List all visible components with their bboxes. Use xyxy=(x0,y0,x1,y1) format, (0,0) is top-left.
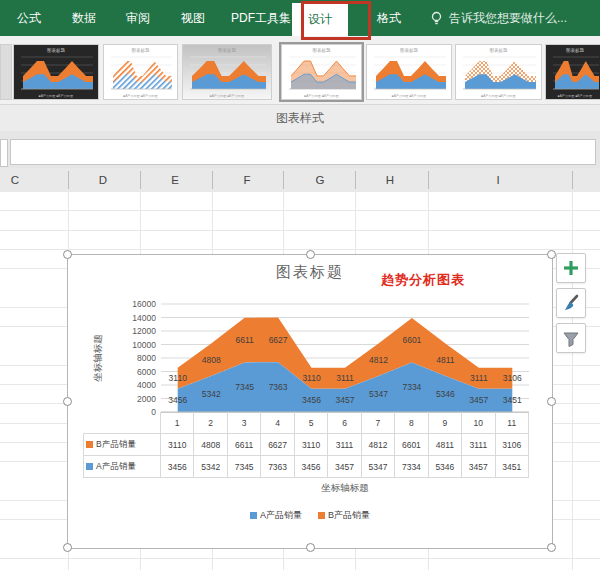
svg-text:■A产品销量 ■B产品销量: ■A产品销量 ■B产品销量 xyxy=(392,94,427,98)
data-table-value: 5346 xyxy=(429,456,462,478)
data-table-value: 3106 xyxy=(496,434,529,456)
ribbon-tab-公式[interactable]: 公式 xyxy=(17,0,41,36)
data-table-value: 3110 xyxy=(161,434,194,456)
svg-text:2000: 2000 xyxy=(137,394,156,404)
formula-bar-input[interactable] xyxy=(10,139,596,165)
svg-text:■A产品销量 ■B产品销量: ■A产品销量 ■B产品销量 xyxy=(123,94,158,98)
plus-icon xyxy=(560,257,582,279)
data-table-value: 3110 xyxy=(295,434,328,456)
column-header-row[interactable]: CDEFGHI xyxy=(0,168,600,193)
data-table-value: 3456 xyxy=(161,456,194,478)
ribbon-tab-设计[interactable]: 设计 xyxy=(292,3,348,36)
svg-text:3106: 3106 xyxy=(503,373,522,383)
svg-text:7363: 7363 xyxy=(269,382,288,392)
ribbon-tab-视图[interactable]: 视图 xyxy=(181,0,205,36)
column-header-I[interactable]: I xyxy=(496,168,499,192)
chart-style-thumb-standard[interactable]: 图表标题■A产品销量 ■B产品销量 xyxy=(366,44,452,100)
legend-key-swatch xyxy=(86,463,93,470)
column-separator xyxy=(355,171,356,189)
data-table-value: 6611 xyxy=(228,434,261,456)
svg-text:4000: 4000 xyxy=(137,380,156,390)
chart-style-thumb-diagonal-hatch[interactable]: 图表标题■A产品销量 ■B产品销量 xyxy=(103,44,178,100)
chart-data-table: 1234567891011B产品销量3110480866116627311031… xyxy=(83,412,529,478)
svg-text:3110: 3110 xyxy=(302,373,321,383)
svg-text:7334: 7334 xyxy=(402,382,421,392)
resize-handle[interactable] xyxy=(306,250,315,259)
data-table-value: 5342 xyxy=(194,456,227,478)
resize-handle[interactable] xyxy=(63,543,72,552)
resize-handle[interactable] xyxy=(306,543,315,552)
ribbon-tab-PDF工具集[interactable]: PDF工具集 xyxy=(231,0,291,36)
column-separator xyxy=(572,171,573,189)
ribbon-tab-bar: 公式数据审阅视图PDF工具集设计格式 告诉我您想要做什么... xyxy=(0,0,600,36)
svg-text:■A产品销量 ■B产品销量: ■A产品销量 ■B产品销量 xyxy=(304,94,339,98)
svg-text:3457: 3457 xyxy=(336,395,355,405)
data-table-category: 8 xyxy=(395,412,428,434)
chart-style-thumb-dark[interactable]: 图表标题■A产品销量 ■B产品销量 xyxy=(545,44,600,100)
spreadsheet-grid[interactable]: 图表标题 趋势分析图表 3110345648085342661173456627… xyxy=(0,192,600,570)
data-table-value: 3457 xyxy=(328,456,361,478)
resize-handle[interactable] xyxy=(547,250,556,259)
grid-line xyxy=(572,192,573,570)
svg-text:8000: 8000 xyxy=(137,353,156,363)
svg-text:4808: 4808 xyxy=(202,355,221,365)
svg-text:6627: 6627 xyxy=(269,335,288,345)
data-table-value: 7334 xyxy=(395,456,428,478)
column-separator xyxy=(68,171,69,189)
svg-text:■A产品销量 ■B产品销量: ■A产品销量 ■B产品销量 xyxy=(210,94,245,98)
data-table-category: 4 xyxy=(261,412,294,434)
svg-text:14000: 14000 xyxy=(132,313,156,323)
data-table-series-label: B产品销量 xyxy=(83,434,161,456)
name-box-edge xyxy=(0,139,8,167)
column-separator xyxy=(212,171,213,189)
column-header-E[interactable]: E xyxy=(171,168,179,192)
chart-elements-button[interactable] xyxy=(556,253,586,283)
resize-handle[interactable] xyxy=(547,397,556,406)
data-table-value: 3451 xyxy=(496,456,529,478)
data-table-category: 5 xyxy=(295,412,328,434)
tell-me-box[interactable]: 告诉我您想要做什么... xyxy=(430,0,567,36)
data-table-value: 3111 xyxy=(462,434,495,456)
ribbon-tab-格式[interactable]: 格式 xyxy=(377,0,401,36)
chart-styles-group-label: 图表样式 xyxy=(276,110,324,127)
data-table-value: 4811 xyxy=(429,434,462,456)
data-table-value: 6601 xyxy=(395,434,428,456)
data-table-value: 3457 xyxy=(462,456,495,478)
data-table-category: 6 xyxy=(328,412,361,434)
tell-me-label: 告诉我您想要做什么... xyxy=(449,10,567,27)
column-header-C[interactable]: C xyxy=(11,168,19,192)
chart-style-thumb-grid-hatch[interactable]: 图表标题■A产品销量 ■B产品销量 xyxy=(455,44,542,100)
column-header-G[interactable]: G xyxy=(316,168,325,192)
column-header-H[interactable]: H xyxy=(386,168,394,192)
chart-style-thumb-edge-sliver[interactable] xyxy=(0,44,12,100)
svg-text:4811: 4811 xyxy=(436,355,455,365)
data-table-value: 4808 xyxy=(194,434,227,456)
legend-key-swatch xyxy=(250,512,257,519)
column-header-D[interactable]: D xyxy=(99,168,107,192)
chart-style-thumb-gray-gradient[interactable]: 图表标题■A产品销量 ■B产品销量 xyxy=(182,44,272,100)
svg-text:■A产品销量 ■B产品销量: ■A产品销量 ■B产品销量 xyxy=(481,94,516,98)
ribbon-tab-审阅[interactable]: 审阅 xyxy=(126,0,150,36)
chart-filters-button[interactable] xyxy=(556,323,586,353)
formula-bar-area xyxy=(0,131,600,169)
legend-item: B产品销量 xyxy=(318,509,370,522)
data-table-corner xyxy=(83,412,161,434)
resize-handle[interactable] xyxy=(63,397,72,406)
data-table-value: 5347 xyxy=(362,456,395,478)
data-table-value: 3111 xyxy=(328,434,361,456)
resize-handle[interactable] xyxy=(547,543,556,552)
column-header-F[interactable]: F xyxy=(243,168,250,192)
data-table-value: 7363 xyxy=(261,456,294,478)
chart-style-thumb-dark[interactable]: 图表标题■A产品销量 ■B产品销量 xyxy=(13,44,99,100)
svg-text:■A产品销量 ■B产品销量: ■A产品销量 ■B产品销量 xyxy=(558,94,593,98)
svg-text:3451: 3451 xyxy=(503,395,522,405)
ribbon-tab-数据[interactable]: 数据 xyxy=(72,0,96,36)
chart-style-thumb-pastel[interactable]: 图表标题■A产品销量 ■B产品销量 xyxy=(281,44,362,100)
chart-object[interactable]: 图表标题 趋势分析图表 3110345648085342661173456627… xyxy=(67,254,553,549)
resize-handle[interactable] xyxy=(63,250,72,259)
legend-key-swatch xyxy=(86,441,93,448)
chart-styles-button[interactable] xyxy=(556,288,586,318)
data-table-value: 4812 xyxy=(362,434,395,456)
svg-text:3457: 3457 xyxy=(469,395,488,405)
svg-text:3456: 3456 xyxy=(302,395,321,405)
